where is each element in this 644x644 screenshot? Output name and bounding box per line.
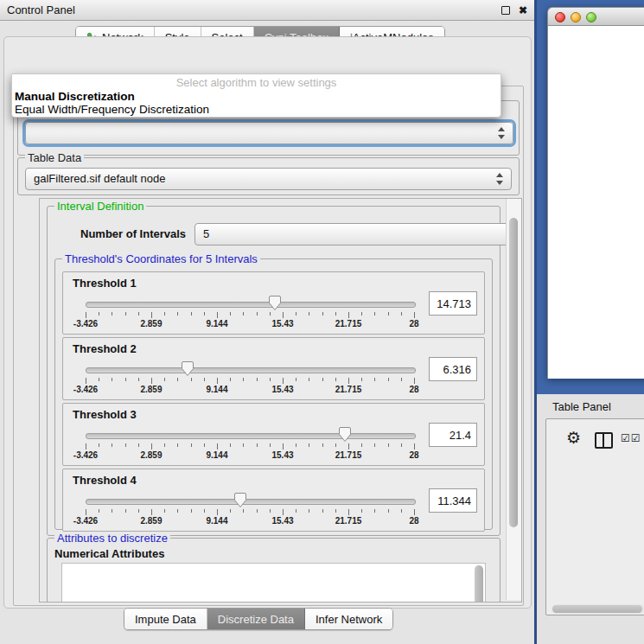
list-scrollbar[interactable] <box>475 565 483 603</box>
mac-minimize-icon[interactable] <box>571 12 581 22</box>
slider-tick-label: 21.715 <box>335 385 362 394</box>
slider-tick <box>243 443 244 447</box>
slider-tick-label: 28 <box>409 450 418 460</box>
network-canvas[interactable] <box>547 26 644 379</box>
slider-tick <box>309 378 309 381</box>
slider-tick <box>138 443 139 447</box>
slider-handle[interactable] <box>338 426 352 443</box>
cyni-toolbox-panel: Discretization Algorithm Table Data galF… <box>3 36 532 609</box>
slider-tick <box>112 443 112 447</box>
network-graph <box>548 26 644 379</box>
threshold-value-field[interactable]: 21.4 <box>429 423 477 447</box>
slider-tick <box>257 378 258 381</box>
select-columns-icon[interactable]: ☑☑ <box>621 432 641 444</box>
tab-impute-data[interactable]: Impute Data <box>124 609 207 629</box>
network-window-titlebar <box>547 7 644 26</box>
slider-tick <box>191 378 192 381</box>
slider-tick-label: -3.426 <box>73 450 98 460</box>
slider-tick <box>243 378 244 381</box>
slider-handle[interactable] <box>181 360 194 377</box>
slider-tick <box>151 509 152 515</box>
numerical-attributes-list[interactable] <box>61 563 486 603</box>
slider-tick <box>374 312 375 316</box>
number-of-intervals-combobox[interactable]: 5 <box>194 223 522 245</box>
tab-label: Discretize Data <box>218 613 294 626</box>
close-icon[interactable]: ✖ <box>517 4 529 16</box>
slider-tick <box>125 312 126 316</box>
algorithm-option-equal-width[interactable]: Equal Width/Frequency Discretization <box>15 103 209 116</box>
slider-track[interactable] <box>86 302 416 308</box>
slider-tick <box>388 509 389 513</box>
desktop-area: Table Panel ⚙ ☑☑ <box>534 0 644 644</box>
slider-tick-label: 9.144 <box>206 516 227 526</box>
interval-definition-group-label: Interval Definition <box>54 200 146 213</box>
algorithm-placeholder: Select algorithm to view settings <box>12 76 501 89</box>
slider-tick <box>388 312 389 316</box>
mac-zoom-icon[interactable] <box>586 12 596 22</box>
combo-stepper-icon <box>498 126 506 140</box>
attributes-group: Attributes to discretize Numerical Attri… <box>47 538 501 603</box>
slider-tick-label: 2.859 <box>140 516 162 526</box>
table-panel: Table Panel ⚙ ☑☑ <box>537 394 644 644</box>
threshold-label: Threshold 1 <box>73 277 137 290</box>
slider-tick <box>191 509 192 513</box>
algorithm-combobox[interactable] <box>25 122 513 144</box>
attributes-group-label: Attributes to discretize <box>54 532 170 545</box>
slider-tick-label: 15.43 <box>271 385 293 394</box>
slider-track[interactable] <box>86 499 416 505</box>
slider-tick-label: 21.715 <box>335 516 362 526</box>
slider-tick <box>177 509 178 513</box>
slider-tick <box>230 509 231 513</box>
slider-handle[interactable] <box>268 295 282 311</box>
threshold-value-field[interactable]: 11.344 <box>429 488 477 513</box>
slider-tick-label: 15.43 <box>271 516 293 526</box>
algorithm-dropdown-popup: Select algorithm to view settings Manual… <box>11 73 501 118</box>
split-view-icon[interactable] <box>595 432 613 449</box>
slider-tick <box>296 312 296 316</box>
settings-scrollbar[interactable] <box>506 199 521 600</box>
threshold-value-field[interactable]: 6.316 <box>429 357 477 381</box>
slider-tick <box>414 378 415 384</box>
slider-track[interactable] <box>86 367 416 373</box>
slider-tick <box>388 378 389 381</box>
slider-tick <box>296 443 296 447</box>
slider-tick <box>309 509 309 513</box>
slider-tick <box>164 443 165 447</box>
slider-tick <box>348 378 349 384</box>
slider-tick <box>361 509 362 513</box>
threshold-label: Threshold 3 <box>73 408 137 421</box>
table-data-combobox[interactable]: galFiltered.sif default node <box>25 168 512 190</box>
table-hscrollbar[interactable] <box>552 604 644 614</box>
mac-close-icon[interactable] <box>555 12 565 22</box>
slider-tick <box>217 312 218 318</box>
slider-tick <box>283 312 284 318</box>
slider-tick <box>86 509 86 515</box>
thresholds-group-label: Threshold's Coordinates for 5 Intervals <box>62 252 260 265</box>
threshold-value-field[interactable]: 14.713 <box>429 291 477 316</box>
slider-tick-label: 9.144 <box>206 385 227 394</box>
slider-handle[interactable] <box>233 492 247 508</box>
slider-tick <box>177 443 178 447</box>
slider-track[interactable] <box>86 433 416 439</box>
gear-icon[interactable]: ⚙ <box>566 430 581 447</box>
tab-label: Infer Network <box>316 613 382 626</box>
slider-tick-label: 28 <box>409 385 418 394</box>
slider-tick-label: 15.43 <box>271 319 293 328</box>
slider-tick <box>361 443 362 447</box>
tab-infer-network[interactable]: Infer Network <box>305 609 392 629</box>
algorithm-option-manual[interactable]: Manual Discretization <box>15 90 135 103</box>
float-window-icon[interactable] <box>500 4 512 16</box>
slider-tick <box>361 312 362 316</box>
slider-tick-label: 15.43 <box>271 450 293 460</box>
table-data-selected-value: galFiltered.sif default node <box>34 172 165 185</box>
slider-tick <box>86 443 86 450</box>
node-table <box>553 459 644 603</box>
slider-tick <box>401 509 402 513</box>
tab-discretize-data[interactable]: Discretize Data <box>207 609 305 629</box>
slider-tick <box>322 378 323 381</box>
table-panel-title: Table Panel <box>552 400 611 413</box>
slider-tick <box>322 509 323 513</box>
slider-tick <box>283 443 284 450</box>
slider-tick-label: -3.426 <box>73 516 98 526</box>
slider-tick-label: 2.859 <box>140 385 162 394</box>
